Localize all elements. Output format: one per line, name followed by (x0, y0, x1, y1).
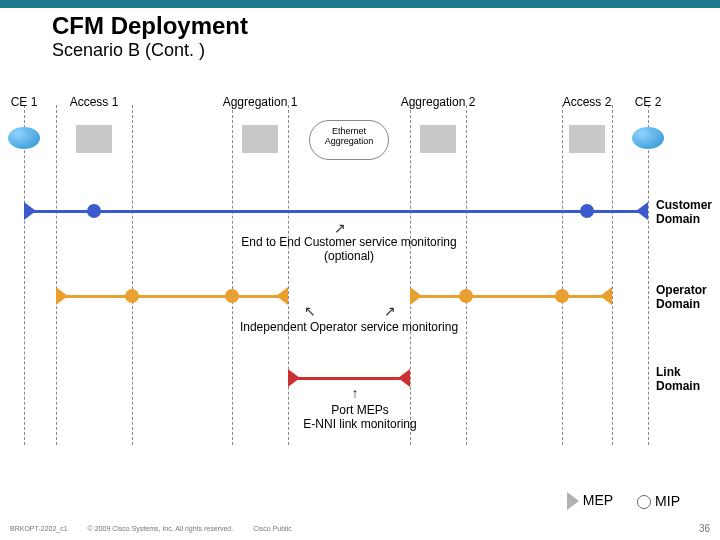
cloud-line1: Ethernet (332, 126, 366, 136)
customer-domain-label: Customer Domain (656, 198, 720, 226)
legend-mip: MIP (637, 493, 680, 509)
vline-a2r (612, 105, 613, 445)
operator-bar-right (410, 295, 612, 298)
operator-bar-left (56, 295, 288, 298)
op-mip-l1 (125, 289, 139, 303)
footer-classification: Cisco Public (253, 525, 292, 532)
label-access2: Access 2 (563, 95, 612, 109)
label-ce2: CE 2 (635, 95, 662, 109)
label-agg2: Aggregation 2 (401, 95, 476, 109)
link-caption: Port MEPs E-NNI link monitoring (303, 403, 416, 431)
vline-ce2 (648, 105, 649, 445)
customer-mip-a1 (87, 204, 101, 218)
op-mip-r2 (555, 289, 569, 303)
cfm-diagram: CE 1 Access 1 Aggregation 1 Aggregation … (0, 95, 720, 475)
footer-copyright: © 2009 Cisco Systems, Inc. All rights re… (88, 525, 234, 532)
operator-domain-label: Operator Domain (656, 283, 720, 311)
legend: MEP MIP (567, 492, 680, 510)
label-access1: Access 1 (70, 95, 119, 109)
footer: BRKOPT-2202_c1 © 2009 Cisco Systems, Inc… (10, 523, 710, 534)
label-agg1: Aggregation 1 (223, 95, 298, 109)
customer-mep-right-icon (636, 202, 648, 220)
footer-page: 36 (699, 523, 710, 534)
customer-mep-left-icon (24, 202, 36, 220)
link-mep-l-icon (288, 369, 300, 387)
access1-node-icon (76, 125, 112, 153)
agg1-node-icon (242, 125, 278, 153)
customer-mip-a2 (580, 204, 594, 218)
op-mip-l2 (225, 289, 239, 303)
top-accent-bar (0, 0, 720, 8)
customer-arrow-icon: ↗ (334, 220, 346, 236)
op-arrow1-icon: ↖ (304, 303, 316, 319)
label-ce1: CE 1 (11, 95, 38, 109)
ce2-node-icon (632, 127, 664, 149)
link-bar (288, 377, 410, 380)
op-mep-l1-icon (56, 287, 68, 305)
cloud-line2: Aggregation (325, 136, 374, 146)
access2-node-icon (569, 125, 605, 153)
footer-code: BRKOPT-2202_c1 (10, 525, 68, 532)
vline-ce1 (24, 105, 25, 445)
vline-g2l (410, 105, 411, 445)
customer-caption: End to End Customer service monitoring (… (241, 235, 456, 263)
vline-a1r (132, 105, 133, 445)
vline-a1l (56, 105, 57, 445)
vline-g2r (466, 105, 467, 445)
legend-mep: MEP (567, 492, 613, 510)
op-mep-r1-icon (410, 287, 422, 305)
operator-caption: Independent Operator service monitoring (240, 320, 458, 334)
agg2-node-icon (420, 125, 456, 153)
vline-a2l (562, 105, 563, 445)
op-mep-r2-icon (600, 287, 612, 305)
link-mep-r-icon (398, 369, 410, 387)
page-title: CFM Deployment (52, 12, 720, 40)
legend-mip-label: MIP (655, 493, 680, 509)
mep-icon (567, 492, 579, 510)
page-subtitle: Scenario B (Cont. ) (52, 40, 720, 61)
ce1-node-icon (8, 127, 40, 149)
vline-g1l (232, 105, 233, 445)
vline-g1r (288, 105, 289, 445)
op-mip-r1 (459, 289, 473, 303)
link-domain-label: Link Domain (656, 365, 720, 393)
op-arrow2-icon: ↗ (384, 303, 396, 319)
link-arrow-icon: ↑ (352, 385, 359, 401)
legend-mep-label: MEP (583, 492, 613, 508)
ethernet-aggregation-cloud: Ethernet Aggregation (309, 120, 389, 160)
mip-icon (637, 495, 651, 509)
customer-bar (24, 210, 648, 213)
op-mep-l2-icon (276, 287, 288, 305)
